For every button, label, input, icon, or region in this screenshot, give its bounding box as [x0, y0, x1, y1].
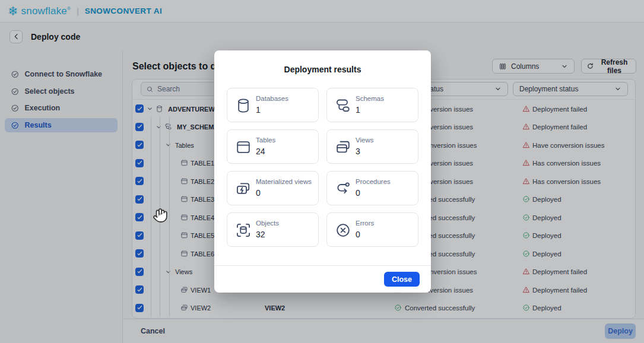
results-cards-grid: Databases1Schemas1Tables24Views3Material…: [227, 88, 418, 247]
errors-icon: [335, 222, 351, 239]
modal-title: Deployment results: [214, 50, 431, 74]
result-card-objects: Objects32: [227, 212, 319, 247]
result-card-label: Objects: [256, 220, 279, 227]
result-card-databases: Databases1: [227, 88, 319, 122]
result-card-value: 0: [356, 188, 360, 198]
close-button[interactable]: Close: [384, 272, 420, 287]
modal-footer: Close: [214, 265, 431, 293]
result-card-label: Databases: [256, 95, 288, 102]
result-card-value: 32: [256, 230, 265, 239]
view-icon: [335, 139, 351, 155]
result-card-value: 1: [356, 105, 360, 115]
result-card-label: Procedures: [356, 178, 391, 185]
result-card-label: Errors: [356, 220, 374, 227]
result-card-materialized-views: Materialized views0: [227, 171, 319, 205]
result-card-label: Schemas: [356, 95, 384, 102]
result-card-errors: Errors0: [326, 212, 418, 247]
result-card-value: 3: [356, 147, 360, 156]
result-card-procedures: Procedures0: [326, 171, 418, 205]
result-card-value: 0: [356, 230, 360, 239]
database-icon: [235, 97, 252, 114]
result-card-value: 1: [256, 105, 261, 115]
result-card-label: Materialized views: [256, 178, 312, 185]
schema-icon: [335, 97, 351, 114]
result-card-views: Views3: [326, 129, 418, 164]
mview-icon: [235, 180, 252, 197]
procedure-icon: [335, 180, 351, 197]
deployment-results-modal: Deployment results Databases1Schemas1Tab…: [214, 50, 431, 293]
table-icon: [235, 139, 252, 155]
result-card-label: Views: [356, 136, 373, 144]
result-card-tables: Tables24: [227, 129, 319, 164]
result-card-label: Tables: [256, 136, 275, 144]
result-card-value: 24: [256, 147, 265, 156]
objects-icon: [235, 222, 252, 239]
result-card-schemas: Schemas1: [326, 88, 418, 122]
result-card-value: 0: [256, 188, 261, 198]
